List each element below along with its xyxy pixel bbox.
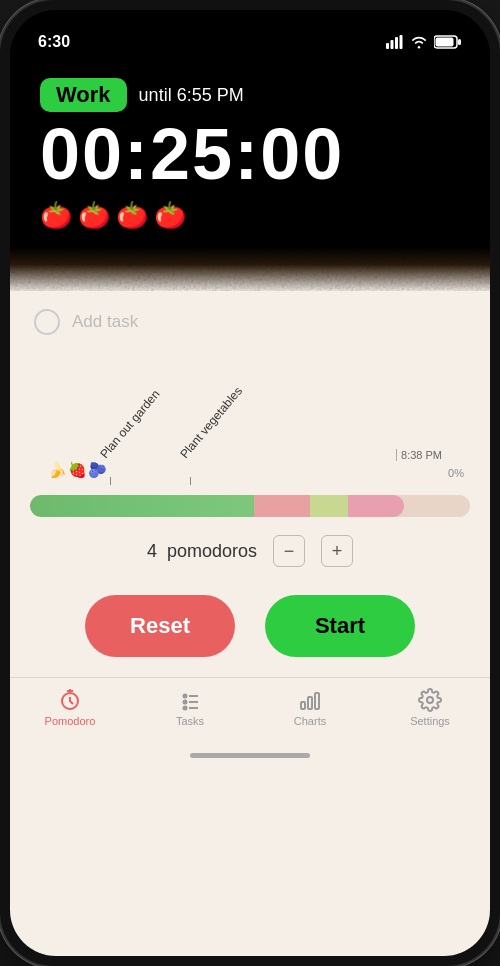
- phone-inner: 6:30: [10, 10, 490, 956]
- svg-rect-0: [386, 43, 389, 49]
- tab-bar: Pomodoro Tasks: [10, 677, 490, 747]
- svg-point-8: [184, 695, 187, 698]
- pomodoros-count: 4: [147, 541, 157, 561]
- svg-point-12: [184, 707, 187, 710]
- noise-overlay: [10, 247, 490, 291]
- status-time: 6:30: [38, 33, 70, 51]
- tab-tasks[interactable]: Tasks: [160, 688, 220, 727]
- top-section: Work until 6:55 PM 00:25:00 🍅 🍅 🍅 🍅: [10, 62, 490, 247]
- bottom-section: Add task Plan out garden Plant vegetable…: [10, 291, 490, 956]
- status-bar: 6:30: [10, 10, 490, 62]
- task-label-2: Plant vegetables: [177, 384, 245, 461]
- work-badge: Work: [40, 78, 127, 112]
- dynamic-island: [190, 24, 310, 58]
- add-task-row[interactable]: Add task: [10, 291, 490, 345]
- tasks-icon: [178, 688, 202, 712]
- action-buttons-row: Reset Start: [10, 585, 490, 677]
- svg-rect-2: [395, 37, 398, 49]
- tick-1: [110, 477, 111, 485]
- svg-rect-3: [400, 35, 403, 49]
- tomato-1: 🍅: [40, 200, 72, 231]
- svg-rect-6: [458, 39, 461, 45]
- tomato-2: 🍅: [78, 200, 110, 231]
- charts-icon: [298, 688, 322, 712]
- svg-rect-5: [436, 38, 454, 47]
- status-icons: [386, 35, 462, 49]
- percent-label: 0%: [448, 467, 464, 479]
- battery-icon: [434, 35, 462, 49]
- tasks-timeline: Plan out garden Plant vegetables 8:38 PM…: [30, 355, 470, 495]
- tab-charts[interactable]: Charts: [280, 688, 340, 727]
- time-label: 8:38 PM: [396, 449, 442, 461]
- pomodoros-text: 4 pomodoros: [147, 541, 257, 562]
- timer-icon: [58, 688, 82, 712]
- fruit-characters: 🍌 🍓 🫐: [48, 461, 107, 479]
- svg-rect-14: [301, 702, 305, 709]
- signal-icon: [386, 35, 404, 49]
- work-badge-row: Work until 6:55 PM: [40, 78, 460, 112]
- tab-pomodoro[interactable]: Pomodoro: [40, 688, 100, 727]
- decrement-button[interactable]: −: [273, 535, 305, 567]
- tab-tasks-label: Tasks: [176, 715, 204, 727]
- task-circle-icon: [34, 309, 60, 335]
- tab-charts-label: Charts: [294, 715, 326, 727]
- reset-button[interactable]: Reset: [85, 595, 235, 657]
- noise-divider: [10, 247, 490, 291]
- timer-display: 00:25:00: [40, 118, 460, 190]
- svg-point-17: [427, 697, 433, 703]
- tab-settings[interactable]: Settings: [400, 688, 460, 727]
- task-label-1: Plan out garden: [97, 387, 162, 461]
- svg-rect-15: [308, 697, 312, 709]
- settings-icon: [418, 688, 442, 712]
- blueberry-icon: 🫐: [88, 461, 107, 479]
- app-content: Work until 6:55 PM 00:25:00 🍅 🍅 🍅 🍅: [10, 62, 490, 956]
- until-text: until 6:55 PM: [139, 85, 244, 106]
- phone-frame: 6:30: [0, 0, 500, 966]
- increment-button[interactable]: +: [321, 535, 353, 567]
- home-indicator: [10, 747, 490, 766]
- svg-point-10: [184, 701, 187, 704]
- svg-rect-1: [391, 40, 394, 49]
- progress-bar-fill: [30, 495, 404, 517]
- tick-2: [190, 477, 191, 485]
- pomodoros-row: 4 pomodoros − +: [10, 517, 490, 585]
- wifi-icon: [410, 35, 428, 49]
- add-task-placeholder: Add task: [72, 312, 138, 332]
- start-button[interactable]: Start: [265, 595, 415, 657]
- progress-area: Plan out garden Plant vegetables 8:38 PM…: [10, 355, 490, 517]
- banana-icon: 🍌: [48, 461, 67, 479]
- tomato-3: 🍅: [116, 200, 148, 231]
- pomodoros-label: pomodoros: [167, 541, 257, 561]
- home-bar: [190, 753, 310, 758]
- progress-bar: [30, 495, 470, 517]
- tab-pomodoro-label: Pomodoro: [45, 715, 96, 727]
- tomato-row: 🍅 🍅 🍅 🍅: [40, 200, 460, 231]
- tomato-4: 🍅: [154, 200, 186, 231]
- tab-settings-label: Settings: [410, 715, 450, 727]
- svg-rect-16: [315, 693, 319, 709]
- strawberry-icon: 🍓: [68, 461, 87, 479]
